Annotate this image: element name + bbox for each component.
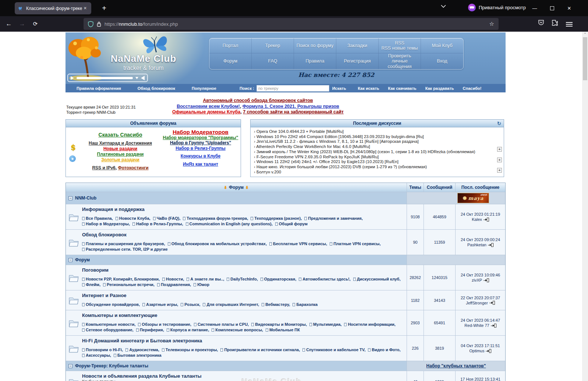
- lock-icon[interactable]: [97, 21, 101, 27]
- last-post-user-link[interactable]: zivXP: [472, 278, 482, 283]
- subforum-link[interactable]: Техподдержка (разное): [251, 216, 303, 221]
- toolbar-link[interactable]: Спасибо!: [463, 86, 482, 91]
- announcement-link[interactable]: Набор в Группу "Uploaders": [162, 140, 239, 146]
- goto-latest-post-icon[interactable]: [488, 243, 493, 247]
- toolbar-link[interactable]: Обход блокировок: [138, 86, 175, 91]
- subforum-link[interactable]: Новости Клуба: [116, 216, 152, 221]
- vertical-scrollbar[interactable]: ⌃: [582, 32, 588, 381]
- forum-title-link[interactable]: Информация и поддержка: [82, 207, 404, 212]
- discussion-link[interactable]: Jinn'sLiveUSB 11.2.2 - флешка с Windows …: [256, 139, 419, 144]
- category-link[interactable]: Форум-Трекер: Клубные таланты: [75, 363, 148, 368]
- reload-button[interactable]: ⟳: [30, 19, 40, 29]
- discussion-link[interactable]: Болтун v.200: [256, 170, 281, 174]
- tab-close-icon[interactable]: ✕: [82, 5, 88, 11]
- subforum-link[interactable]: Communication in English (any questions): [186, 222, 274, 226]
- subforum-link[interactable]: Дискуссионный клуб: [353, 277, 401, 281]
- expand-plus-button[interactable]: [497, 158, 502, 162]
- subforum-link[interactable]: Розыск: [181, 302, 201, 307]
- last-post-user-link[interactable]: Pashketan: [467, 242, 486, 247]
- announcement-link[interactable]: Сказать Спасибо: [80, 132, 161, 138]
- forum-title-link[interactable]: Hi-Fi Домашний кинотеатр и Бытовая элект…: [82, 338, 404, 343]
- main-menu-item[interactable]: FAQ: [252, 53, 294, 69]
- main-menu-item[interactable]: Вход: [421, 53, 463, 69]
- main-menu-item[interactable]: Портал: [209, 38, 252, 53]
- subforum-link[interactable]: Бесплатные VPN сервисы: [269, 241, 328, 246]
- announcement-link[interactable]: RSS и IPv6: [92, 165, 115, 170]
- subforum-link[interactable]: Обход блокировок на мобильных устройства…: [168, 241, 268, 246]
- subforum-link[interactable]: Видео и Фото: [368, 348, 400, 352]
- toolbar-link[interactable]: Популярное: [192, 86, 216, 91]
- window-close-button[interactable]: ✕: [561, 0, 578, 16]
- refresh-icon[interactable]: ↻: [497, 121, 501, 126]
- goto-latest-post-icon[interactable]: [491, 324, 496, 328]
- last-post-user-link[interactable]: Kalex: [472, 217, 482, 222]
- main-menu-item[interactable]: Форум: [209, 53, 252, 69]
- discussion-link[interactable]: Opera One 104.0.4944.23 + Portable [Mult…: [256, 129, 344, 134]
- collapse-minus-icon[interactable]: [68, 258, 72, 262]
- subforum-link[interactable]: Платные VPN сервисы: [330, 241, 380, 246]
- subforum-link[interactable]: Поговорим о Hi-Fi: [82, 348, 124, 352]
- browser-tab-active[interactable]: Классический форум-трекер ✕: [15, 2, 91, 14]
- goto-latest-post-icon[interactable]: [483, 218, 489, 222]
- subforum-link[interactable]: Системные платы и CPU: [194, 322, 250, 327]
- notice-link[interactable]: Формула 1. Сезон 2021. Розыгрыш призов: [242, 104, 339, 109]
- announcement-link[interactable]: Набор Модераторов: [162, 130, 239, 135]
- toolbar-link[interactable]: Как скачивать: [388, 86, 417, 91]
- goto-latest-post-icon[interactable]: [489, 301, 495, 305]
- collapse-minus-icon[interactable]: [68, 364, 72, 368]
- subforum-link[interactable]: Набор в Релиз-Группы: [132, 222, 184, 226]
- subforum-link[interactable]: Обсуждение провайдеров: [82, 302, 141, 307]
- collapse-minus-icon[interactable]: [68, 196, 72, 200]
- volume-icon[interactable]: [141, 76, 145, 80]
- subforum-link[interactable]: Ординаторская: [261, 277, 297, 281]
- goto-latest-post-icon[interactable]: [483, 278, 489, 282]
- window-maximize-button[interactable]: [543, 0, 560, 16]
- new-tab-button[interactable]: +: [99, 3, 110, 13]
- announcement-link[interactable]: Конкурсы в Клубе: [162, 154, 239, 159]
- notice-link[interactable]: Восстановим всем Клубом!: [177, 104, 240, 109]
- toolbar-link[interactable]: Как искать: [358, 86, 379, 91]
- goto-latest-post-icon[interactable]: [486, 349, 491, 353]
- pocket-icon[interactable]: [538, 20, 544, 26]
- list-tabs-chevron-icon[interactable]: [441, 4, 446, 8]
- address-bar[interactable]: https://nnmclub.to/forum/index.php ☆: [84, 18, 499, 30]
- announcement-link[interactable]: Золотые раздачи: [80, 157, 161, 163]
- forum-title-link[interactable]: Обход блокировок: [82, 232, 404, 237]
- forum-title-link[interactable]: Поговорим: [82, 267, 404, 273]
- subforum-link[interactable]: Общий форум: [275, 222, 308, 226]
- extensions-icon[interactable]: [552, 20, 558, 26]
- subforum-link[interactable]: Мультимедиа: [309, 322, 343, 327]
- notice-link[interactable]: Официальные домены Клуба: [172, 109, 240, 114]
- announcement-link[interactable]: Новые раздачи: [80, 146, 161, 152]
- subforum-link[interactable]: Комплексные вопросы: [212, 328, 264, 332]
- main-menu-item[interactable]: Поиск по форуму: [294, 38, 336, 53]
- subforum-link[interactable]: Обзоры и тестирование: [138, 322, 192, 327]
- subforum-link[interactable]: Вебмастеру: [262, 302, 291, 307]
- scrollbar-thumb[interactable]: [583, 37, 587, 80]
- last-post-user-link[interactable]: Optimus: [470, 348, 485, 353]
- discussion-link[interactable]: Наше кино. История большой любви (2012-2…: [256, 165, 427, 169]
- main-menu-item[interactable]: Регистрация: [336, 53, 379, 69]
- subforum-link[interactable]: Телевизоры и проекторы: [162, 348, 219, 352]
- subforum-link[interactable]: Аудиосистема: [125, 348, 160, 352]
- subforum-link[interactable]: Юмор: [194, 282, 209, 287]
- subforum-link[interactable]: Для открывших Интернет: [203, 302, 260, 307]
- subforum-link[interactable]: Автомобилисты здесь!: [299, 277, 351, 281]
- subforum-link[interactable]: Компьютерные новости: [82, 322, 137, 327]
- notice-link[interactable]: Автономный способ обхода блокировок сайт…: [203, 98, 313, 103]
- subforum-link[interactable]: Аксессуары: [82, 353, 112, 357]
- search-submit-button[interactable]: Искать: [332, 86, 346, 91]
- announcement-link[interactable]: Платиновые раздачи: [80, 152, 161, 157]
- announcement-link[interactable]: Наш Хитпарад и Достижения: [80, 141, 161, 146]
- subforum-link[interactable]: Распределенные сети. TOR, I2P и другие: [82, 247, 168, 251]
- subforum-link[interactable]: Флейм: [82, 282, 102, 287]
- subforum-link[interactable]: Техподдержка форум-трекера: [183, 216, 249, 221]
- scroll-up-arrow-icon[interactable]: ⌃: [582, 32, 588, 36]
- main-menu-item[interactable]: Мой Клуб: [421, 38, 463, 53]
- subforum-link[interactable]: Периферия: [136, 328, 165, 332]
- last-post-user-link[interactable]: Red-White 77: [464, 323, 489, 328]
- discussion-link[interactable]: Windows 10 Pro 22H2 x64 Compact Edition …: [256, 134, 424, 139]
- subforum-link[interactable]: Поздравления: [157, 282, 192, 287]
- subforum-link[interactable]: Предложения и замечания: [304, 216, 362, 221]
- player-progress-bar[interactable]: [77, 77, 133, 79]
